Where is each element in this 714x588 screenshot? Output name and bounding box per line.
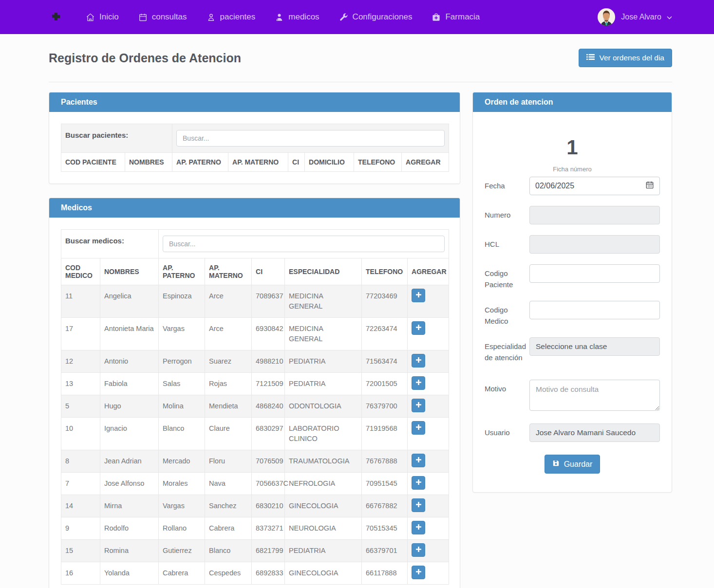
doctor-nombres: Jose Alfonso	[100, 473, 159, 495]
calendar-icon	[645, 181, 654, 191]
add-doctor-button[interactable]	[412, 498, 425, 512]
column-header: TELEFONO	[354, 153, 402, 172]
doctor-ap-materno: Mendieta	[205, 395, 252, 418]
doctor-ap-paterno: Blanco	[159, 418, 205, 450]
nav-item-medicos[interactable]: medicos	[275, 12, 319, 22]
doctor-ci: 7056637C	[252, 473, 285, 495]
doctors-search-input[interactable]	[163, 236, 445, 252]
doctor-ap-materno: Nava	[205, 473, 252, 495]
doctor-row: 12 Antonio Perrogon Suarez 4988210 PEDIA…	[61, 350, 449, 373]
doctor-ci: 8373271	[252, 517, 285, 540]
doctor-telefono: 76767888	[362, 450, 408, 473]
doctor-telefono: 71919568	[362, 418, 408, 450]
codigo-medico-label: Codigo Medico	[485, 301, 529, 327]
chevron-down-icon	[667, 13, 672, 21]
motivo-label: Motivo	[485, 380, 529, 413]
doctor-ci: 7076509	[252, 450, 285, 473]
plus-icon	[415, 379, 422, 387]
especialidad-select[interactable]: Seleccione una clase	[529, 337, 660, 356]
column-header: AP. PATERNO	[159, 258, 205, 285]
doctors-table: Buscar medicos: COD MEDICO NOMBRES AP. P…	[61, 229, 449, 585]
doctor-ci: 6821799	[252, 540, 285, 562]
nav-item-inicio[interactable]: Inicio	[86, 12, 119, 22]
add-doctor-button[interactable]	[412, 454, 425, 467]
doctor-telefono: 66767882	[362, 495, 408, 517]
motivo-textarea[interactable]	[529, 380, 660, 411]
doctor-nombres: Ignacio	[100, 418, 159, 450]
nav-item-pacientes[interactable]: pacientes	[207, 12, 256, 22]
doctor-ap-paterno: Rollano	[159, 517, 205, 540]
patients-search-input[interactable]	[176, 130, 445, 147]
doctor-nombres: Jean Adrian	[100, 450, 159, 473]
doctor-row: 10 Ignacio Blanco Claure 6830297 LABORAT…	[61, 418, 449, 450]
add-doctor-button[interactable]	[412, 566, 425, 579]
patient-icon	[207, 13, 216, 22]
doctors-search-label: Buscar medicos:	[61, 230, 159, 258]
doctor-row: 5 Hugo Molina Mendieta 4868240 ODONTOLOG…	[61, 395, 449, 418]
column-header: DOMICILIO	[305, 153, 354, 172]
list-icon	[586, 54, 595, 62]
column-header: NOMBRES	[125, 153, 172, 172]
plus-icon	[415, 569, 422, 576]
codigo-medico-input[interactable]	[529, 301, 660, 319]
patients-search-label: Buscar pacientes:	[61, 124, 172, 153]
doctor-especialidad: GINECOLOGIA	[285, 562, 362, 585]
plus-icon	[415, 424, 422, 432]
wrench-icon	[339, 13, 348, 22]
especialidad-selected-value: Seleccione una clase	[536, 342, 607, 351]
add-doctor-button[interactable]	[412, 421, 425, 435]
add-doctor-button[interactable]	[412, 476, 425, 490]
doctor-ap-paterno: Vargas	[159, 495, 205, 517]
codigo-paciente-input[interactable]	[529, 264, 660, 283]
save-button[interactable]: Guardar	[545, 455, 601, 474]
add-doctor-button[interactable]	[412, 399, 425, 412]
column-header: AP. PATERNO	[172, 153, 228, 172]
view-orders-button[interactable]: Ver ordenes del dia	[579, 49, 672, 67]
doctor-especialidad: NEFROLOGIA	[285, 473, 362, 495]
doctor-ci: 6930842	[252, 318, 285, 350]
plus-icon	[415, 357, 422, 365]
doctor-ap-materno: Claure	[205, 418, 252, 450]
doctor-row: 9 Rodolfo Rollano Cabrera 8373271 NEUROL…	[61, 517, 449, 540]
page-title: Registro de Ordenes de Atencion	[49, 51, 241, 65]
doctor-nombres: Antonieta Maria	[100, 318, 159, 350]
doctor-cod: 15	[61, 540, 100, 562]
doctor-nombres: Romina	[100, 540, 159, 562]
doctors-panel: Medicos Buscar medicos: COD MEDICO NOMBR…	[49, 198, 460, 588]
add-doctor-button[interactable]	[412, 354, 425, 368]
doctor-nombres: Angelica	[100, 285, 159, 318]
home-icon	[86, 13, 95, 22]
add-doctor-button[interactable]	[412, 543, 425, 557]
user-menu[interactable]: Jose Alvaro	[597, 8, 672, 26]
numero-label: Numero	[485, 206, 529, 224]
add-doctor-button[interactable]	[412, 376, 425, 390]
add-doctor-button[interactable]	[412, 521, 425, 534]
brand-logo[interactable]	[45, 7, 62, 27]
doctor-telefono: 66117888	[362, 562, 408, 585]
nav-item-consultas[interactable]: consultas	[138, 12, 187, 22]
order-panel: Orden de atencion 1 Ficha número Fecha 0…	[472, 92, 672, 493]
nav-item-label: consultas	[152, 12, 187, 22]
doctor-ap-materno: Blanco	[205, 540, 252, 562]
doctor-especialidad: NEUROLOGIA	[285, 517, 362, 540]
doctor-row: 16 Yolanda Cabrera Cespedes 6892833 GINE…	[61, 562, 449, 585]
nav-item-label: pacientes	[220, 12, 256, 22]
doctor-ci: 4988210	[252, 350, 285, 373]
ficha-caption: Ficha número	[485, 165, 660, 173]
doctor-especialidad: ODONTOLOGIA	[285, 395, 362, 418]
doctor-cod: 14	[61, 495, 100, 517]
nav-item-label: medicos	[288, 12, 319, 22]
nav-item-configuraciones[interactable]: Configuraciones	[339, 12, 413, 22]
doctor-row: 13 Fabiola Salas Rojas 7121509 PEDIATRIA…	[61, 373, 449, 395]
doctor-row: 7 Jose Alfonso Morales Nava 7056637C NEF…	[61, 473, 449, 495]
doctor-ci: 7121509	[252, 373, 285, 395]
column-header: CI	[288, 153, 305, 172]
fecha-label: Fecha	[485, 177, 529, 195]
doctor-especialidad: MEDICINA GENERAL	[285, 285, 362, 318]
nav-item-label: Configuraciones	[353, 12, 413, 22]
nav-item-farmacia[interactable]: Farmacia	[432, 12, 480, 22]
fecha-input[interactable]: 02/06/2025	[529, 177, 660, 195]
add-doctor-button[interactable]	[412, 289, 425, 302]
doctor-cod: 11	[61, 285, 100, 318]
add-doctor-button[interactable]	[412, 321, 425, 335]
